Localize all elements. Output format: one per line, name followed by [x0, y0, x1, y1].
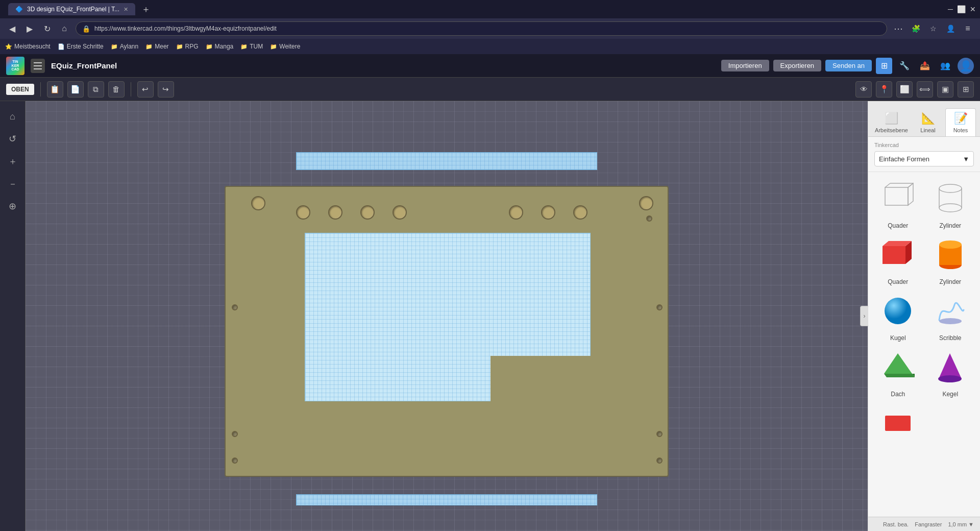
- svg-marker-0: [885, 187, 908, 205]
- align-button[interactable]: ⬜: [896, 81, 913, 98]
- shape-preview-zylinder-wire: [930, 178, 971, 219]
- active-tab[interactable]: 🔷 3D design EQuiz_FrontPanel | T... ✕: [8, 3, 135, 15]
- shape-preview-quader-wire: [877, 178, 918, 219]
- svg-point-14: [939, 240, 962, 249]
- toolbar: OBEN 📋 📄 ⧉ 🗑 ↩ ↪ 👁 📍 ⬜ ⟺ ▣ ⊞: [0, 78, 980, 101]
- folder-icon: 📁: [176, 43, 183, 50]
- shape-quader-solid[interactable]: Quader: [874, 234, 922, 285]
- front-panel[interactable]: [225, 186, 669, 477]
- bookmark-meer[interactable]: 📁 Meer: [145, 43, 168, 50]
- duplicate-button[interactable]: ⧉: [88, 81, 104, 98]
- browser-title-bar: 🔷 3D design EQuiz_FrontPanel | T... ✕ ＋ …: [0, 0, 980, 18]
- toolbar-separator: [40, 82, 41, 96]
- tinkercad-section: Tinkercad Einfache Formen ▼: [868, 137, 980, 172]
- tab-lineal[interactable]: 📐 Lineal: [913, 109, 943, 136]
- tinkercad-logo[interactable]: TIN KER CAD: [6, 57, 24, 75]
- hole-top-right-dot: [646, 215, 652, 222]
- orbit-button[interactable]: ↺: [4, 130, 22, 148]
- ungroup-button[interactable]: ⊞: [958, 81, 974, 98]
- snap-button[interactable]: 📍: [876, 81, 892, 98]
- shape-kugel[interactable]: Kugel: [874, 291, 922, 342]
- copy-button[interactable]: 📄: [67, 81, 84, 98]
- bookmark-tum[interactable]: 📁 TUM: [240, 43, 263, 50]
- notes-icon: 📝: [954, 112, 968, 125]
- shape-label-kugel: Kugel: [890, 334, 906, 342]
- new-button[interactable]: 📋: [47, 81, 63, 98]
- shape-dach[interactable]: Dach: [874, 347, 922, 398]
- settings-button[interactable]: ≡: [962, 22, 974, 35]
- view-label: OBEN: [6, 84, 34, 95]
- shape-preview-zylinder-solid: [930, 234, 971, 275]
- hamburger-menu-button[interactable]: [31, 59, 45, 73]
- shape-scribble[interactable]: Scribble: [927, 291, 974, 342]
- refresh-button[interactable]: ↻: [41, 22, 53, 35]
- new-tab-button[interactable]: ＋: [139, 3, 153, 16]
- back-button[interactable]: ◀: [6, 22, 18, 35]
- redo-button[interactable]: ↪: [158, 81, 174, 98]
- hamburger-line: [34, 65, 42, 66]
- shape-quader-wire[interactable]: Quader: [874, 178, 922, 229]
- share-button[interactable]: 📤: [917, 58, 933, 74]
- more-options-button[interactable]: ⋯: [892, 22, 904, 35]
- address-bar[interactable]: 🔒 https://www.tinkercad.com/things/3ltbw…: [76, 21, 887, 36]
- hole-side-right-top: [656, 304, 663, 310]
- extensions-button[interactable]: 🧩: [910, 22, 922, 35]
- exportieren-button[interactable]: Exportieren: [773, 60, 821, 71]
- shape-label-scribble: Scribble: [939, 334, 961, 342]
- shape-zylinder-solid[interactable]: Zylinder: [927, 234, 974, 285]
- tab-title: 3D design EQuiz_FrontPanel | T...: [27, 6, 119, 13]
- view-toggle-button[interactable]: 👁: [855, 81, 872, 98]
- hamburger-line: [34, 62, 42, 63]
- undo-button[interactable]: ↩: [137, 81, 154, 98]
- shapes-dropdown[interactable]: Einfache Formen ▼: [874, 151, 974, 166]
- tab-notes[interactable]: 📝 Notes: [945, 108, 976, 136]
- tab-close-icon[interactable]: ✕: [124, 6, 128, 13]
- canvas-area[interactable]: [26, 101, 868, 531]
- bookmark-weitere[interactable]: 📁 Weitere: [270, 43, 300, 50]
- minimize-button[interactable]: ─: [948, 5, 953, 13]
- fit-button[interactable]: ⊕: [4, 197, 22, 215]
- bookmark-aylann[interactable]: 📁 Aylann: [111, 43, 138, 50]
- maximize-button[interactable]: ⬜: [957, 5, 966, 13]
- group-button[interactable]: ▣: [937, 81, 953, 98]
- svg-point-8: [939, 204, 962, 212]
- user-add-button[interactable]: 👥: [937, 58, 953, 74]
- toolbar-separator: [131, 82, 131, 96]
- profile-button[interactable]: 👤: [944, 22, 957, 35]
- close-button[interactable]: ✕: [970, 5, 976, 13]
- mirror-button[interactable]: ⟺: [917, 81, 933, 98]
- importieren-button[interactable]: Importieren: [721, 60, 769, 71]
- home-view-button[interactable]: ⌂: [4, 107, 22, 126]
- dropdown-value: Einfache Formen: [879, 155, 929, 163]
- forward-button[interactable]: ▶: [23, 22, 36, 35]
- star-button[interactable]: ☆: [927, 22, 939, 35]
- bookmark-erste-schritte[interactable]: 📄 Erste Schritte: [58, 43, 104, 50]
- shape-preview-scribble: [930, 291, 971, 331]
- bookmark-manga[interactable]: 📁 Manga: [206, 43, 234, 50]
- svg-point-16: [939, 318, 962, 324]
- hole-bottom-right: [656, 457, 663, 464]
- avatar-button[interactable]: 👤: [958, 58, 974, 74]
- tab-arbeitsebene[interactable]: ⬜ Arbeitsebene: [872, 109, 911, 136]
- design-name[interactable]: EQuiz_FrontPanel: [51, 61, 117, 70]
- hole-top-1: [251, 196, 265, 210]
- bookmark-meistbesucht[interactable]: ⭐ Meistbesucht: [5, 43, 51, 50]
- grid-view-button[interactable]: ⊞: [876, 58, 892, 74]
- fangraster-value[interactable]: 1,0 mm ▼: [948, 521, 974, 527]
- shape-extra[interactable]: [874, 403, 922, 444]
- browser-nav-bar: ◀ ▶ ↻ ⌂ 🔒 https://www.tinkercad.com/thin…: [0, 18, 980, 39]
- shape-kegel[interactable]: Kegel: [927, 347, 974, 398]
- tinkercad-label: Tinkercad: [874, 142, 974, 148]
- bookmark-rpg[interactable]: 📁 RPG: [176, 43, 199, 50]
- collapse-panel-button[interactable]: ›: [860, 306, 868, 326]
- tools-button[interactable]: 🔧: [896, 58, 913, 74]
- delete-button[interactable]: 🗑: [108, 81, 125, 98]
- bookmark-icon: 📄: [58, 43, 65, 50]
- senden-an-button[interactable]: Senden an: [825, 60, 872, 71]
- zoom-out-button[interactable]: －: [4, 175, 22, 193]
- left-tools: ⌂ ↺ ＋ － ⊕: [0, 101, 26, 531]
- home-button[interactable]: ⌂: [58, 22, 70, 35]
- shape-preview-kugel: [877, 291, 918, 331]
- shape-zylinder-wire[interactable]: Zylinder: [927, 178, 974, 229]
- zoom-in-button[interactable]: ＋: [4, 152, 22, 171]
